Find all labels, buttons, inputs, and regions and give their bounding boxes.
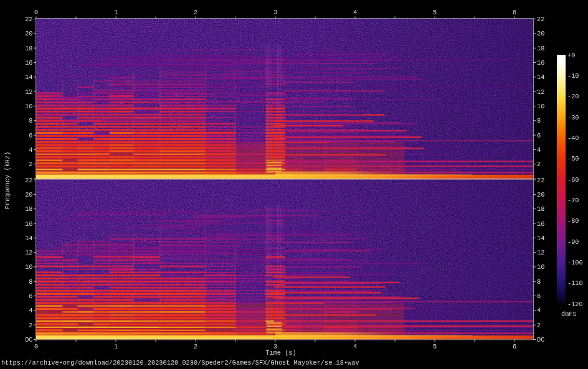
svg-text:18: 18 bbox=[25, 205, 32, 213]
svg-text:8: 8 bbox=[537, 278, 541, 286]
svg-text:14: 14 bbox=[537, 235, 544, 242]
svg-text:-50: -50 bbox=[567, 155, 579, 162]
svg-text:16: 16 bbox=[537, 220, 544, 228]
svg-text:8: 8 bbox=[537, 117, 541, 124]
svg-text:18: 18 bbox=[537, 45, 544, 52]
svg-text:1: 1 bbox=[114, 343, 118, 350]
svg-text:1: 1 bbox=[114, 9, 118, 16]
svg-text:4: 4 bbox=[353, 9, 357, 16]
svg-text:8: 8 bbox=[29, 278, 32, 286]
svg-text:-20: -20 bbox=[567, 93, 579, 100]
svg-text:22: 22 bbox=[25, 16, 32, 23]
svg-text:-60: -60 bbox=[567, 176, 579, 184]
svg-text:DC: DC bbox=[537, 336, 544, 343]
svg-text:4: 4 bbox=[353, 343, 357, 350]
svg-text:22: 22 bbox=[537, 16, 544, 23]
svg-text:10: 10 bbox=[25, 103, 32, 110]
svg-text:0: 0 bbox=[34, 9, 38, 16]
svg-text:2: 2 bbox=[194, 9, 197, 16]
svg-text:14: 14 bbox=[537, 73, 544, 81]
svg-text:6: 6 bbox=[537, 292, 541, 300]
svg-text:Time (s): Time (s) bbox=[265, 349, 296, 357]
svg-text:12: 12 bbox=[537, 88, 544, 96]
svg-text:-80: -80 bbox=[567, 217, 579, 225]
svg-text:-40: -40 bbox=[567, 134, 579, 142]
svg-text:DC: DC bbox=[25, 336, 32, 343]
svg-text:20: 20 bbox=[537, 191, 544, 199]
svg-text:Frequency (kHz): Frequency (kHz) bbox=[4, 152, 11, 210]
svg-text:-110: -110 bbox=[567, 279, 583, 287]
svg-text:4: 4 bbox=[537, 307, 541, 314]
svg-text:2: 2 bbox=[29, 322, 32, 329]
svg-text:6: 6 bbox=[29, 132, 32, 139]
svg-text:3: 3 bbox=[273, 9, 277, 16]
svg-text:-70: -70 bbox=[567, 197, 579, 204]
svg-text:14: 14 bbox=[25, 73, 32, 81]
svg-text:18: 18 bbox=[25, 45, 32, 52]
svg-text:6: 6 bbox=[513, 9, 516, 16]
svg-text:5: 5 bbox=[433, 9, 437, 16]
svg-text:22: 22 bbox=[537, 177, 544, 184]
svg-text:-120: -120 bbox=[567, 301, 583, 308]
svg-text:-100: -100 bbox=[567, 259, 583, 266]
svg-text:-30: -30 bbox=[567, 114, 579, 121]
svg-text:4: 4 bbox=[29, 146, 32, 154]
svg-text:12: 12 bbox=[25, 88, 32, 96]
svg-text:16: 16 bbox=[25, 220, 32, 228]
svg-text:2: 2 bbox=[194, 343, 197, 350]
svg-text:4: 4 bbox=[537, 146, 541, 154]
svg-text:2: 2 bbox=[29, 161, 32, 168]
svg-text:10: 10 bbox=[537, 103, 544, 110]
svg-text:6: 6 bbox=[29, 292, 32, 300]
svg-text:22: 22 bbox=[25, 177, 32, 184]
svg-text:6: 6 bbox=[513, 343, 516, 350]
svg-text:20: 20 bbox=[25, 191, 32, 199]
svg-text:-90: -90 bbox=[567, 238, 579, 246]
svg-text:10: 10 bbox=[25, 263, 32, 271]
svg-text:16: 16 bbox=[537, 59, 544, 67]
svg-text:+0: +0 bbox=[567, 52, 575, 59]
svg-text:18: 18 bbox=[537, 205, 544, 213]
svg-text:12: 12 bbox=[537, 249, 544, 256]
svg-text:10: 10 bbox=[537, 263, 544, 271]
svg-text:0: 0 bbox=[34, 343, 38, 350]
svg-text:20: 20 bbox=[537, 30, 544, 37]
svg-text:dBFS: dBFS bbox=[561, 311, 577, 318]
svg-text:2: 2 bbox=[537, 161, 541, 168]
svg-text:https://archive•org/download/2: https://archive•org/download/20230120_20… bbox=[1, 359, 359, 367]
svg-text:5: 5 bbox=[433, 343, 437, 350]
svg-text:6: 6 bbox=[537, 132, 541, 139]
svg-text:4: 4 bbox=[29, 307, 32, 314]
svg-text:20: 20 bbox=[25, 30, 32, 37]
svg-text:16: 16 bbox=[25, 59, 32, 67]
svg-text:2: 2 bbox=[537, 322, 541, 329]
svg-text:14: 14 bbox=[25, 235, 32, 242]
svg-text:8: 8 bbox=[29, 117, 32, 124]
svg-text:-10: -10 bbox=[567, 72, 579, 80]
svg-text:12: 12 bbox=[25, 249, 32, 256]
